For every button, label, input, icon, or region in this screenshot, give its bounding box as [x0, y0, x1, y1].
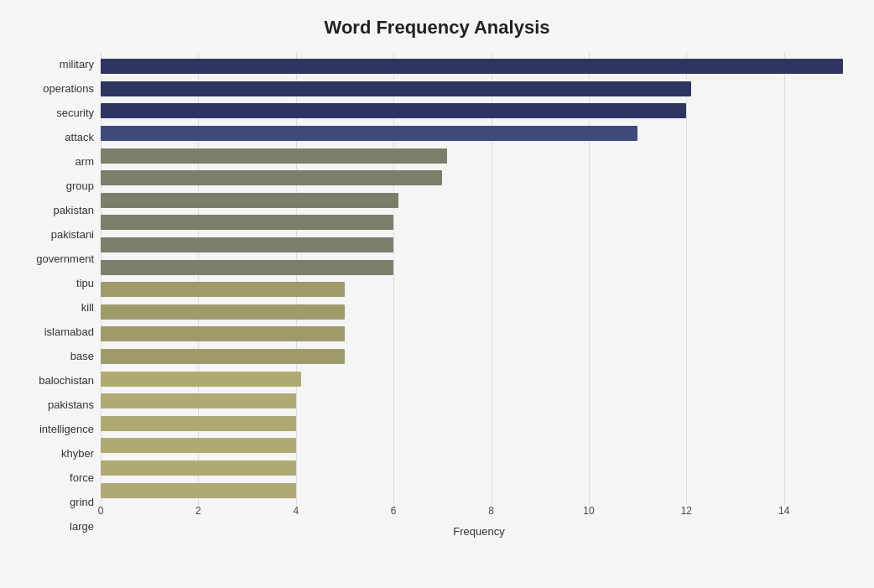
y-label: security: [56, 102, 94, 124]
y-axis: militaryoperationssecurityattackarmgroup…: [17, 52, 101, 539]
y-label: arm: [75, 151, 94, 173]
bar-row: [101, 392, 857, 410]
x-tick: 0: [98, 505, 104, 517]
bar: [101, 393, 296, 408]
y-label: tipu: [76, 273, 94, 294]
bar: [101, 237, 393, 252]
chart-area: militaryoperationssecurityattackarmgroup…: [17, 52, 857, 539]
bar-row: [101, 169, 857, 187]
x-axis-label: Frequency: [101, 525, 857, 538]
bar-row: [101, 303, 857, 321]
y-label: kill: [81, 297, 94, 319]
bar-row: [101, 459, 857, 477]
y-label: grind: [70, 492, 94, 513]
bar: [101, 483, 296, 498]
bar-row: [101, 213, 857, 232]
bars-list: [101, 52, 857, 505]
y-label: group: [66, 175, 94, 197]
bar-row: [101, 347, 857, 366]
bar: [101, 372, 301, 387]
bar-row: [101, 191, 857, 210]
bars-and-xaxis: 02468101214 Frequency: [101, 52, 857, 539]
bar: [101, 148, 447, 164]
bar-row: [101, 80, 857, 98]
bar-row: [101, 414, 857, 433]
y-label: pakistan: [54, 200, 94, 221]
y-label: intelligence: [39, 419, 94, 440]
x-tick: 6: [391, 505, 397, 517]
chart-container: Word Frequency Analysis militaryoperatio…: [0, 0, 874, 588]
x-tick: 10: [583, 505, 594, 517]
chart-title: Word Frequency Analysis: [17, 17, 857, 39]
bar-row: [101, 481, 857, 500]
x-ticks-row: 02468101214: [101, 505, 857, 522]
x-tick: 12: [681, 505, 692, 517]
bar-row: [101, 436, 857, 455]
bar: [101, 282, 345, 297]
bar: [101, 260, 393, 275]
bar: [101, 193, 398, 208]
bar-row: [101, 325, 857, 343]
bar-row: [101, 258, 857, 277]
bar: [101, 126, 637, 141]
x-axis-wrapper: 02468101214 Frequency: [101, 505, 857, 539]
bar-row: [101, 280, 857, 299]
bar: [101, 349, 345, 364]
bar-row: [101, 236, 857, 254]
bar: [101, 461, 296, 476]
bar: [101, 215, 393, 230]
bar-row: [101, 57, 857, 75]
x-tick: 14: [778, 505, 789, 517]
bar-row: [101, 101, 857, 120]
x-tick: 8: [488, 505, 494, 517]
bars-section: [101, 52, 857, 505]
y-label: pakistans: [48, 394, 94, 416]
bar-row: [101, 124, 857, 143]
y-label: military: [60, 54, 94, 75]
x-tick: 4: [293, 505, 299, 517]
bar: [101, 416, 296, 431]
y-label: khyber: [61, 443, 94, 465]
bar: [101, 326, 345, 341]
y-label: attack: [65, 127, 94, 148]
y-label: large: [70, 516, 94, 538]
y-label: base: [70, 346, 94, 367]
y-label: force: [70, 467, 94, 489]
bar: [101, 438, 296, 453]
bar-row: [101, 370, 857, 388]
bar: [101, 103, 686, 118]
y-label: pakistani: [51, 224, 94, 246]
bar: [101, 81, 691, 96]
y-label: government: [36, 248, 94, 270]
bar: [101, 304, 345, 320]
bar: [101, 59, 843, 74]
x-tick: 2: [195, 505, 201, 517]
bar: [101, 170, 442, 185]
bar-row: [101, 147, 857, 165]
y-label: operations: [43, 78, 94, 100]
y-label: islamabad: [44, 321, 94, 343]
y-label: balochistan: [39, 370, 94, 392]
